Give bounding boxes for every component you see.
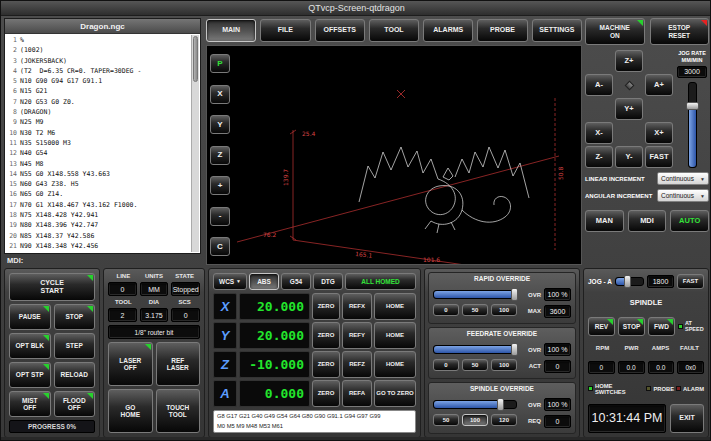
reload-button[interactable]: RELOAD [54,362,96,388]
gcode-preview-viewer[interactable]: 139.7 165.1 50.8 101.6 76.2 25.4 P X Y Z… [206,45,582,265]
jog-a-slider[interactable] [615,277,644,286]
jog-a-fast-button[interactable]: FAST [677,274,704,289]
mode-mdi-button[interactable]: MDI [628,210,667,232]
slider-handle[interactable] [511,288,518,301]
scrollbar-thumb[interactable] [193,36,198,82]
act-label: ACT [522,363,541,369]
jog-x-plus-button[interactable]: X+ [645,122,673,144]
gcode-line: 5N10 G90 G94 G17 G91.1 [6,76,191,86]
linear-increment-select[interactable]: Continuous ▼ [657,172,709,185]
spindle-reverse-button[interactable]: REV [588,317,615,336]
go-home-button[interactable]: GOHOME [108,389,153,433]
jog-a-minus-button[interactable]: A- [585,74,613,96]
rapid-override-slider[interactable] [433,290,517,299]
home-axis-button[interactable]: HOME [374,322,416,349]
view-z-button[interactable]: Z [210,146,230,165]
jog-y-minus-button[interactable]: Y- [615,146,643,168]
tab-alarms[interactable]: ALARMS [423,19,473,42]
spindle-50-button[interactable]: 50 [433,414,459,426]
clear-view-button[interactable]: C [210,237,230,256]
view-y-button[interactable]: Y [210,115,230,134]
dim-label: 76.2 [263,231,277,238]
feed-0-button[interactable]: 0 [433,359,459,371]
jog-z-minus-button[interactable]: Z- [585,146,613,168]
gcode-scrollbar[interactable] [191,35,199,252]
optional-stop-button[interactable]: OPT STP [9,362,51,388]
optional-block-button[interactable]: OPT BLK [9,333,51,359]
jog-fast-button[interactable]: FAST [645,146,673,168]
view-x-button[interactable]: X [210,85,230,104]
jog-a-plus-button[interactable]: A+ [645,74,673,96]
wcs-select-button[interactable]: WCS ▼ [213,273,247,290]
slider-handle[interactable] [624,275,631,288]
slider-handle[interactable] [686,102,699,110]
tab-tool[interactable]: TOOL [369,19,419,42]
jog-rate-slider[interactable] [688,82,697,168]
rapid-100-button[interactable]: 100 [491,304,517,316]
feed-override-slider[interactable] [433,345,517,354]
estop-reset-button[interactable]: ESTOP RESET [650,18,710,45]
ovr-label: OVR [522,347,541,353]
zero-axis-button[interactable]: ZERO [312,380,340,407]
tab-main[interactable]: MAIN [206,19,256,42]
spindle-forward-button[interactable]: FWD [648,317,675,336]
flood-button[interactable]: FLOODOFF [54,391,96,417]
cycle-start-button[interactable]: CYCLE START [9,273,95,301]
gcode-line-number: 7 [6,97,20,107]
slider-handle[interactable] [497,398,504,411]
rapid-50-button[interactable]: 50 [462,304,488,316]
tab-offsets[interactable]: OFFSETS [315,19,365,42]
step-button[interactable]: STEP [54,333,96,359]
gcode-editor[interactable]: 1% 2(1002) 3(JOKERSBACK) 4(T2 D=6.35 CR=… [5,34,200,253]
jog-y-plus-button[interactable]: Y+ [615,98,643,120]
pause-button[interactable]: PAUSE [9,304,51,330]
ref-laser-button[interactable]: REFLASER [156,342,201,386]
zero-axis-button[interactable]: ZERO [312,351,340,378]
ref-axis-button[interactable]: REFY [342,322,372,349]
gcode-line: 19N80 X148.396 Y42.747 [6,220,191,230]
ref-axis-button[interactable]: REFX [342,293,372,320]
gcode-line-number: 6 [6,86,20,96]
spindle-120-button[interactable]: 120 [491,414,517,426]
spindle-100-button[interactable]: 100 [462,414,488,426]
slider-fill [689,106,696,167]
slider-fill [434,291,516,298]
zoom-out-button[interactable]: - [210,207,230,226]
button-label: MACHINE [600,24,630,31]
zoom-in-button[interactable]: + [210,176,230,195]
window-footer [1,437,711,440]
rapid-0-button[interactable]: 0 [433,304,459,316]
machine-on-button[interactable]: MACHINE ON [585,18,645,45]
dtg-button[interactable]: DTG [313,273,343,290]
home-axis-button[interactable]: HOME [374,351,416,378]
mode-auto-button[interactable]: AUTO [670,210,709,232]
tab-settings[interactable]: SETTINGS [532,19,582,42]
mist-button[interactable]: MISTOFF [9,391,51,417]
spindle-override-slider[interactable] [433,400,517,409]
abs-mode-button[interactable]: ABS [249,273,279,290]
home-axis-button[interactable]: GO TO ZERO [374,380,416,407]
slider-fill [616,278,630,285]
spindle-stop-button[interactable]: STOP [618,317,645,336]
tab-file[interactable]: FILE [260,19,310,42]
angular-increment-select[interactable]: Continuous ▼ [657,189,709,202]
laser-button[interactable]: LASEROFF [108,342,153,386]
mode-man-button[interactable]: MAN [585,210,624,232]
view-perspective-button[interactable]: P [210,54,230,73]
tab-probe[interactable]: PROBE [477,19,527,42]
zero-axis-button[interactable]: ZERO [312,293,340,320]
feed-100-button[interactable]: 100 [491,359,517,371]
jog-z-plus-button[interactable]: Z+ [615,50,643,72]
exit-button[interactable]: EXIT [670,404,704,433]
home-axis-button[interactable]: HOME [374,293,416,320]
ref-axis-button[interactable]: REFA [342,380,372,407]
jog-x-minus-button[interactable]: X- [585,122,613,144]
g54-button[interactable]: G54 [281,273,311,290]
feed-50-button[interactable]: 50 [462,359,488,371]
touch-tool-button[interactable]: TOUCHTOOL [156,389,201,433]
stop-button[interactable]: STOP [54,304,96,330]
rapid-override-title: RAPID OVERRIDE [433,275,571,285]
zero-axis-button[interactable]: ZERO [312,322,340,349]
slider-handle[interactable] [511,343,518,356]
ref-axis-button[interactable]: REFZ [342,351,372,378]
